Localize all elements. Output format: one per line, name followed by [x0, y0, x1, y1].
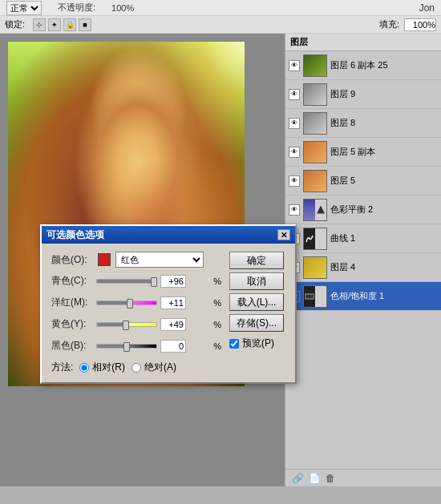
black-label: 黑色(B): — [51, 339, 93, 353]
layer-thumb — [303, 83, 327, 106]
magenta-slider-thumb[interactable] — [127, 299, 133, 308]
layer-eye[interactable]: 👁 — [289, 60, 300, 71]
cancel-button[interactable]: 取消 — [229, 272, 284, 290]
black-pct: % — [189, 341, 221, 351]
method-label: 方法: — [51, 361, 73, 374]
fill-input[interactable] — [404, 18, 436, 31]
magenta-slider-bg — [96, 300, 157, 305]
top-bar-right: Jon — [419, 2, 435, 14]
cyan-label: 青色(C): — [51, 274, 93, 288]
color-swatch — [98, 253, 111, 266]
absolute-radio[interactable] — [131, 363, 141, 373]
dialog-close-button[interactable]: ✕ — [277, 229, 290, 240]
layer-item[interactable]: 👁 图层 8 — [285, 109, 441, 138]
layer-item[interactable]: 👁 曲线 1 — [285, 224, 441, 253]
cyan-slider-thumb[interactable] — [151, 277, 157, 287]
cyan-value-input[interactable] — [160, 275, 186, 288]
layers-title: 图层 — [290, 36, 308, 48]
top-bar-left: 正常 不透明度: 100% — [6, 1, 134, 15]
layer-item[interactable]: 👁 图层 4 — [285, 253, 441, 282]
yellow-slider-bg — [96, 322, 157, 327]
layer-name: 图层 6 副本 25 — [330, 59, 438, 71]
layer-eye[interactable]: 👁 — [289, 147, 300, 158]
lock-artboard-icon[interactable]: ■ — [79, 18, 91, 31]
sunlight-overlay — [148, 42, 245, 162]
cyan-slider-fill — [97, 280, 154, 283]
status-icons: 🔗 📄 🗑 — [292, 473, 335, 484]
cyan-slider-row: 青色(C): % — [51, 274, 221, 288]
user-name: Jon — [419, 2, 435, 14]
layer-name: 图层 9 — [330, 88, 438, 100]
black-value-input[interactable] — [160, 340, 186, 353]
layer-thumb — [303, 112, 327, 135]
layer-eye[interactable]: 👁 — [289, 204, 300, 216]
lock-position-icon[interactable]: ⊹ — [33, 18, 46, 31]
layer-name: 图层 5 — [330, 175, 438, 187]
yellow-pct: % — [189, 320, 221, 329]
layer-item-selected[interactable]: 👁 色相/饱和度 1 — [285, 282, 441, 311]
opacity-value: 100% — [111, 3, 134, 13]
save-button[interactable]: 存储(S)... — [229, 314, 284, 332]
dialog-body: 颜色(O): 红色 青色(C): % 洋 — [42, 244, 295, 382]
magenta-value-input[interactable] — [160, 296, 186, 309]
yellow-value-input[interactable] — [160, 318, 186, 331]
layer-eye[interactable]: 👁 — [289, 118, 300, 129]
delete-layer-icon[interactable]: 🗑 — [326, 473, 335, 484]
ok-button[interactable]: 确定 — [229, 252, 284, 269]
blend-mode-select[interactable]: 正常 — [6, 1, 42, 15]
layer-thumb — [303, 256, 327, 279]
yellow-track — [96, 319, 157, 330]
svg-rect-0 — [305, 294, 314, 299]
black-slider-thumb[interactable] — [123, 342, 130, 352]
layer-name: 图层 5 副本 — [330, 146, 438, 158]
lock-all-icon[interactable]: 🔒 — [63, 18, 76, 31]
lock-pixel-icon[interactable]: ✦ — [48, 18, 61, 31]
layer-item[interactable]: 👁 色彩平衡 2 — [285, 196, 441, 224]
dialog-left: 颜色(O): 红色 青色(C): % 洋 — [51, 252, 221, 374]
layer-item[interactable]: 👁 图层 5 — [285, 167, 441, 196]
layer-thumb — [303, 141, 327, 163]
status-bar: 🔗 📄 🗑 — [285, 469, 441, 486]
magenta-label: 洋红(M): — [51, 296, 93, 309]
add-layer-icon[interactable]: 📄 — [309, 473, 321, 484]
link-icon[interactable]: 🔗 — [292, 473, 304, 484]
layer-thumb — [303, 228, 327, 250]
layers-panel: 图层 👁 图层 6 副本 25 👁 图层 9 👁 图层 8 👁 — [285, 34, 441, 486]
color-row: 颜色(O): 红色 — [51, 252, 221, 268]
cyan-slider-bg — [96, 279, 157, 284]
relative-radio[interactable] — [79, 363, 89, 373]
magenta-slider-fill — [97, 301, 130, 304]
layer-item[interactable]: 👁 图层 6 副本 25 — [285, 51, 441, 80]
relative-label: 相对(R) — [92, 361, 125, 374]
layer-eye[interactable]: 👁 — [289, 175, 300, 187]
color-select[interactable]: 红色 — [115, 252, 204, 268]
color-label: 颜色(O): — [51, 253, 93, 267]
layer-name: 图层 4 — [330, 261, 438, 273]
layer-name: 色彩平衡 2 — [330, 204, 438, 216]
yellow-slider-fill — [97, 323, 126, 326]
layer-item[interactable]: 👁 图层 5 副本 — [285, 138, 441, 167]
layers-header: 图层 — [285, 34, 441, 51]
cyan-pct: % — [189, 276, 221, 286]
layer-item[interactable]: 👁 图层 9 — [285, 80, 441, 109]
magenta-slider-row: 洋红(M): % — [51, 296, 221, 309]
top-bar: 正常 不透明度: 100% Jon — [0, 0, 441, 16]
layer-thumb — [303, 285, 327, 308]
cyan-track — [96, 276, 157, 287]
absolute-label: 绝对(A) — [144, 361, 176, 374]
layer-thumb — [303, 54, 327, 77]
dialog-buttons: 确定 取消 载入(L)... 存储(S)... 预览(P) — [229, 252, 285, 374]
layer-name: 色相/饱和度 1 — [330, 290, 438, 302]
preview-checkbox[interactable] — [229, 339, 239, 349]
black-track — [96, 341, 157, 352]
load-button[interactable]: 载入(L)... — [229, 293, 284, 311]
yellow-slider-thumb[interactable] — [123, 321, 129, 330]
black-slider-bg — [96, 344, 157, 349]
lock-icons: ⊹ ✦ 🔒 ■ — [33, 18, 91, 31]
layer-name: 曲线 1 — [330, 232, 438, 244]
layer-eye[interactable]: 👁 — [289, 89, 300, 100]
black-slider-fill — [97, 345, 127, 348]
selective-color-dialog: 可选颜色选项 ✕ 颜色(O): 红色 青色(C): — [40, 224, 297, 384]
dialog-title: 可选颜色选项 — [47, 228, 104, 242]
dialog-titlebar: 可选颜色选项 ✕ — [42, 226, 295, 244]
